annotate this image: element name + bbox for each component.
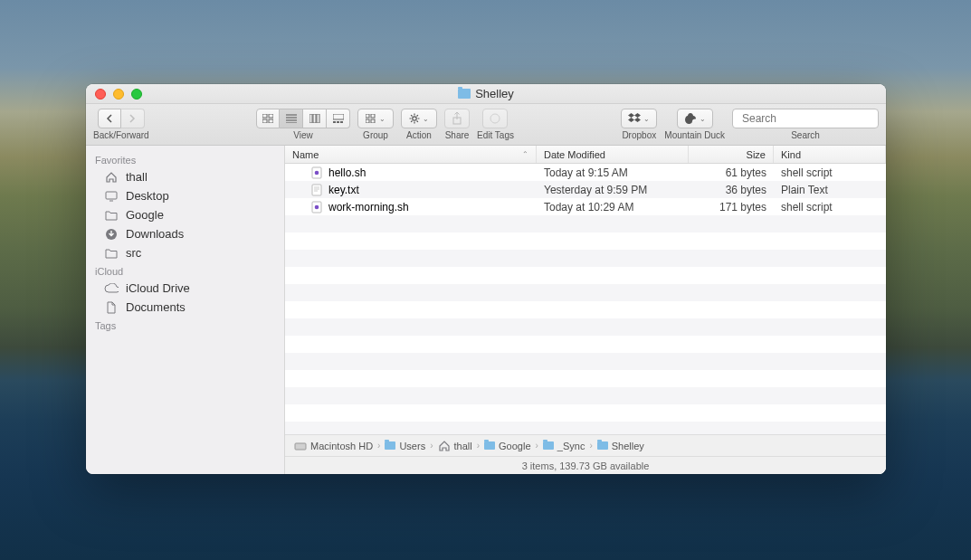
sidebar-item-label: Desktop <box>126 189 169 203</box>
path-separator: › <box>477 441 480 451</box>
path-item-label: thall <box>454 441 472 451</box>
file-name: work-morning.sh <box>328 201 409 214</box>
view-buttons-group: View <box>256 109 350 140</box>
svg-rect-38 <box>312 185 321 195</box>
path-item-users[interactable]: Users <box>385 441 425 451</box>
search-label: Search <box>791 130 820 140</box>
dropbox-button[interactable]: ⌄ <box>621 109 657 128</box>
file-row[interactable]: key.txt Yesterday at 9:59 PM 36 bytes Pl… <box>285 181 886 198</box>
file-rows: hello.sh Today at 9:15 AM 61 bytes shell… <box>285 164 886 434</box>
svg-point-19 <box>413 117 416 120</box>
dropbox-icon <box>628 113 641 124</box>
column-date[interactable]: Date Modified <box>537 146 689 163</box>
mountain-duck-button-group: ⌄ Mountain Duck <box>664 109 725 140</box>
file-row[interactable]: hello.sh Today at 9:15 AM 61 bytes shell… <box>285 164 886 181</box>
folder-icon <box>543 441 554 451</box>
sidebar: FavoritesthallDesktopGoogleDownloadssrci… <box>86 146 285 474</box>
tag-icon <box>489 112 501 125</box>
path-bar: Macintosh HD›Users›thall›Google›_Sync›Sh… <box>285 434 886 456</box>
file-kind: shell script <box>774 166 886 179</box>
svg-line-24 <box>411 115 412 116</box>
path-item-_sync[interactable]: _Sync <box>543 441 585 451</box>
view-gallery-button[interactable] <box>327 109 350 128</box>
minimize-button[interactable] <box>113 89 124 100</box>
folder-icon <box>385 441 395 451</box>
svg-point-37 <box>315 170 319 175</box>
file-date: Today at 10:29 AM <box>537 201 689 214</box>
status-text: 3 items, 139.73 GB available <box>522 460 650 471</box>
path-separator: › <box>589 441 592 451</box>
search-box[interactable] <box>732 109 879 128</box>
file-list-pane: Name⌃ Date Modified Size Kind hello.sh T… <box>285 146 886 474</box>
share-icon <box>452 112 462 125</box>
duck-icon <box>684 113 697 124</box>
svg-rect-0 <box>262 114 267 118</box>
svg-rect-44 <box>295 443 306 450</box>
status-bar: 3 items, 139.73 GB available <box>285 456 886 474</box>
search-input[interactable] <box>742 112 878 125</box>
chevron-down-icon: ⌄ <box>379 115 386 123</box>
sidebar-item-src[interactable]: src <box>86 243 284 262</box>
share-label: Share <box>445 130 470 140</box>
sidebar-item-label: src <box>126 246 141 260</box>
column-kind[interactable]: Kind <box>774 146 886 163</box>
file-date: Today at 9:15 AM <box>537 166 689 179</box>
path-item-thall[interactable]: thall <box>438 440 472 452</box>
nav-label: Back/Forward <box>93 130 149 140</box>
column-headers: Name⌃ Date Modified Size Kind <box>285 146 886 164</box>
maximize-button[interactable] <box>131 89 142 100</box>
share-button-group: Share <box>444 109 470 140</box>
window-title: Shelley <box>86 87 886 100</box>
hd-icon <box>294 441 307 451</box>
svg-rect-13 <box>337 121 339 123</box>
path-item-google[interactable]: Google <box>484 441 530 451</box>
file-row[interactable]: work-morning.sh Today at 10:29 AM 171 by… <box>285 198 886 215</box>
forward-button[interactable] <box>121 109 145 128</box>
sidebar-item-thall[interactable]: thall <box>86 167 284 186</box>
sort-caret-icon: ⌃ <box>522 150 528 158</box>
home-icon <box>104 171 119 184</box>
path-item-macintosh-hd[interactable]: Macintosh HD <box>294 441 373 451</box>
action-button[interactable]: ⌄ <box>401 109 437 128</box>
svg-rect-14 <box>340 121 343 123</box>
sidebar-item-google[interactable]: Google <box>86 205 284 224</box>
sidebar-item-documents[interactable]: Documents <box>86 298 284 317</box>
svg-rect-12 <box>333 121 336 123</box>
file-name: hello.sh <box>328 166 366 179</box>
download-icon <box>104 228 119 241</box>
search-group: Search <box>732 109 879 140</box>
back-button[interactable] <box>98 109 121 128</box>
folder-icon <box>597 441 608 451</box>
sidebar-section-title: Tags <box>86 317 284 333</box>
cloud-icon <box>104 282 119 295</box>
sidebar-item-label: iCloud Drive <box>126 281 190 295</box>
chevron-down-icon: ⌄ <box>700 115 706 123</box>
sidebar-item-label: Documents <box>126 300 186 314</box>
svg-point-43 <box>315 204 319 209</box>
mountain-duck-button[interactable]: ⌄ <box>677 109 713 128</box>
group-button[interactable]: ⌄ <box>357 109 394 128</box>
view-icons-button[interactable] <box>256 109 280 128</box>
view-list-button[interactable] <box>280 109 303 128</box>
desktop-icon <box>104 190 119 203</box>
view-columns-button[interactable] <box>303 109 327 128</box>
path-separator: › <box>430 441 433 451</box>
svg-line-27 <box>417 115 418 116</box>
path-item-label: Shelley <box>612 441 644 451</box>
toolbar: Back/Forward View ⌄ Group ⌄ Act <box>86 104 886 146</box>
column-name[interactable]: Name⌃ <box>285 146 537 163</box>
sidebar-item-downloads[interactable]: Downloads <box>86 224 284 243</box>
path-item-label: Google <box>499 441 530 451</box>
path-item-shelley[interactable]: Shelley <box>597 441 644 451</box>
tags-label: Edit Tags <box>477 130 514 140</box>
edit-tags-button[interactable] <box>482 109 508 128</box>
sidebar-item-desktop[interactable]: Desktop <box>86 186 284 205</box>
share-button[interactable] <box>444 109 470 128</box>
sidebar-section-title: Favorites <box>86 151 284 167</box>
sidebar-item-icloud-drive[interactable]: iCloud Drive <box>86 279 284 298</box>
close-button[interactable] <box>95 89 106 100</box>
file-size: 171 bytes <box>689 201 774 214</box>
column-size[interactable]: Size <box>689 146 774 163</box>
dropbox-button-group: ⌄ Dropbox <box>621 109 657 140</box>
dropbox-label: Dropbox <box>622 130 656 140</box>
